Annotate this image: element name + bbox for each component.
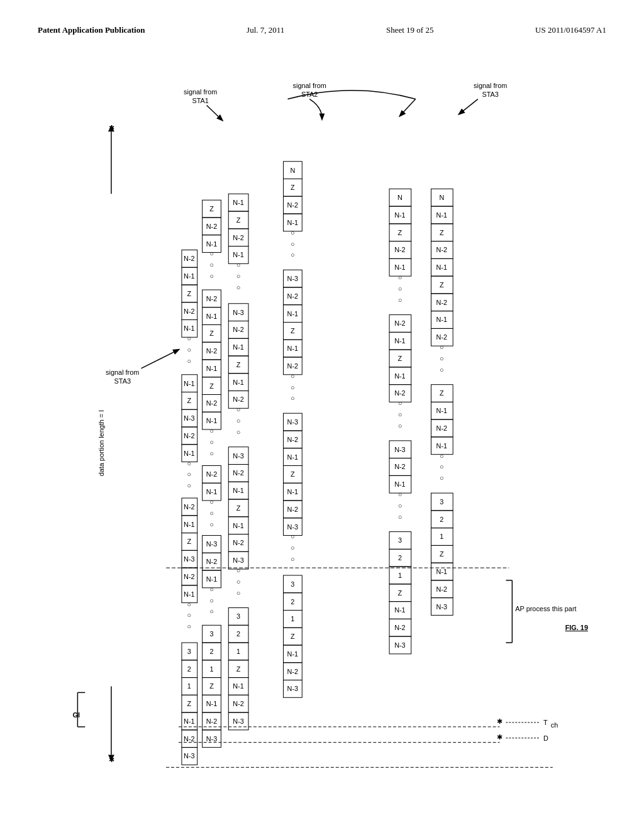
col1-text-n2d: N-2 bbox=[184, 432, 195, 440]
col1-text-n2c: N-2 bbox=[184, 503, 195, 511]
col2-text-n1e: N-1 bbox=[206, 365, 218, 372]
col4-text-n2: N-2 bbox=[287, 668, 299, 675]
col6-text-n2e: N-2 bbox=[436, 246, 448, 253]
col2-text-n2g: N-2 bbox=[206, 223, 218, 230]
col3-ooo-4: ○ bbox=[236, 428, 241, 436]
col5-text-n3b: N-3 bbox=[394, 446, 406, 453]
col3-text-n1d: N-1 bbox=[233, 379, 244, 386]
col2-text-n1d: N-1 bbox=[206, 417, 218, 424]
star-bottom: ✱ bbox=[109, 756, 114, 763]
col3-text-n1e: N-1 bbox=[233, 343, 244, 351]
col6-ooo-5: ○ bbox=[440, 355, 444, 362]
col5-text-n2c: N-2 bbox=[394, 389, 406, 397]
col6-text-zc: Z bbox=[440, 281, 444, 289]
col2-text-n1b: N-1 bbox=[206, 575, 218, 583]
col5-text-zc: Z bbox=[398, 229, 402, 236]
col4-ooo-6: ○ bbox=[291, 372, 295, 380]
col2-text-n2d: N-2 bbox=[206, 399, 218, 407]
col5-text-n2e: N-2 bbox=[394, 246, 406, 253]
ap-process-label: AP process this part bbox=[515, 606, 576, 613]
col3-text-zd: Z bbox=[236, 216, 241, 224]
col6-ooo-1: ○ bbox=[440, 474, 444, 482]
col6-text-n2b: N-2 bbox=[436, 424, 448, 432]
patent-label: US 2011/0164597 A1 bbox=[535, 25, 606, 35]
col2-text-zd: Z bbox=[209, 205, 214, 213]
col5-text-n1d: N-1 bbox=[394, 337, 406, 345]
col4-text-n1e: N-1 bbox=[287, 310, 299, 318]
col2-ooo-10: ○ bbox=[209, 272, 214, 280]
col2-text-n2b: N-2 bbox=[206, 558, 218, 565]
col4-ooo-1: ○ bbox=[291, 555, 295, 563]
diagram-area: signal from STA1 signal from STA2 signal… bbox=[38, 69, 606, 792]
col1-ooo-5: ○ bbox=[187, 470, 192, 478]
col2-ooo-11: ○ bbox=[209, 261, 214, 268]
col4-ooo-2: ○ bbox=[291, 544, 295, 551]
col1-text-zd: Z bbox=[187, 290, 192, 297]
col4-text-1: 1 bbox=[291, 615, 294, 622]
col6-text-2: 2 bbox=[440, 516, 443, 523]
col4-ooo-9: ○ bbox=[291, 229, 295, 236]
col1-text-n2f: N-2 bbox=[184, 255, 195, 262]
col3-text-1: 1 bbox=[236, 648, 240, 655]
col6-text-zd: Z bbox=[440, 229, 444, 236]
col4-text-n2e: N-2 bbox=[287, 292, 299, 300]
col2-text-n2c: N-2 bbox=[206, 470, 218, 478]
col6-text-n1b: N-1 bbox=[436, 442, 448, 450]
col1-text-n1g: N-1 bbox=[184, 272, 195, 280]
col2-text-n1f: N-1 bbox=[206, 313, 218, 320]
col1-text-1: 1 bbox=[187, 682, 191, 690]
col3-text-n2: N-2 bbox=[233, 700, 244, 707]
col3-text-n1f: N-1 bbox=[233, 251, 244, 258]
col3-ooo-6: ○ bbox=[236, 406, 241, 413]
col5-ooo-9: ○ bbox=[398, 274, 402, 281]
col2-ooo-3: ○ bbox=[209, 585, 214, 593]
col4-text-n2f: N-2 bbox=[287, 201, 299, 209]
col2-ooo-4: ○ bbox=[209, 521, 214, 528]
col6-text-n2c: N-2 bbox=[436, 333, 448, 341]
col6-ooo-2: ○ bbox=[440, 463, 444, 470]
col2-text-n2f: N-2 bbox=[206, 295, 218, 302]
col6-text-n2: N-2 bbox=[436, 585, 448, 593]
col6-text-n3: N-3 bbox=[436, 603, 448, 611]
col6-ooo-4: ○ bbox=[440, 366, 444, 374]
d-label: D bbox=[543, 734, 548, 742]
col4-ooo-3: ○ bbox=[291, 533, 295, 541]
signal-sta3-left-label2: STA3 bbox=[114, 377, 131, 385]
tch-label: T bbox=[543, 719, 548, 726]
sta3-left-arrow bbox=[142, 350, 179, 368]
col2-text-n2: N-2 bbox=[206, 717, 218, 725]
signal-sta3-right-label: signal from bbox=[474, 82, 507, 89]
col1-text-n1d: N-1 bbox=[184, 450, 195, 457]
col1-text-n2b: N-2 bbox=[184, 573, 195, 580]
col2-text-zc: Z bbox=[209, 329, 214, 337]
col5-text-1: 1 bbox=[398, 572, 402, 579]
col5-ooo-1: ○ bbox=[398, 513, 402, 521]
col3-ooo-1: ○ bbox=[236, 589, 241, 597]
col4-text-n1f: N-1 bbox=[287, 219, 299, 226]
col4-text-n1d: N-1 bbox=[287, 345, 299, 352]
col4-ooo-8: ○ bbox=[291, 240, 295, 248]
col6-text-zb: Z bbox=[440, 389, 444, 397]
col2-ooo-9: ○ bbox=[209, 427, 214, 434]
col5-text-n3: N-3 bbox=[394, 641, 406, 649]
col3-text-n2e: N-2 bbox=[233, 326, 244, 333]
col1-text-zb: Z bbox=[187, 538, 192, 545]
col4-text-z: Z bbox=[291, 633, 295, 640]
svg-line-0 bbox=[42, 69, 111, 150]
col6-text-n1d: N-1 bbox=[436, 316, 448, 323]
col3-text-n3: N-3 bbox=[233, 717, 244, 725]
col4-text-n2d: N-2 bbox=[287, 362, 299, 370]
col6-text-n2d: N-2 bbox=[436, 299, 448, 306]
col4-text-zc: Z bbox=[291, 327, 295, 335]
col5-text-3: 3 bbox=[398, 536, 402, 544]
sta3-right-arrow bbox=[459, 99, 478, 114]
col5-text-n1e: N-1 bbox=[394, 263, 406, 271]
col6-text-n: N bbox=[439, 194, 444, 201]
col5-text-n1c: N-1 bbox=[394, 372, 406, 380]
tch-sub: ch bbox=[551, 721, 558, 729]
col2-text-n1g: N-1 bbox=[206, 240, 218, 248]
sheet-label: Sheet 19 of 25 bbox=[386, 25, 433, 35]
col6-text-z: Z bbox=[440, 550, 444, 558]
col3-text-n1b: N-1 bbox=[233, 522, 244, 529]
figure-19-svg: signal from STA1 signal from STA2 signal… bbox=[38, 69, 606, 792]
